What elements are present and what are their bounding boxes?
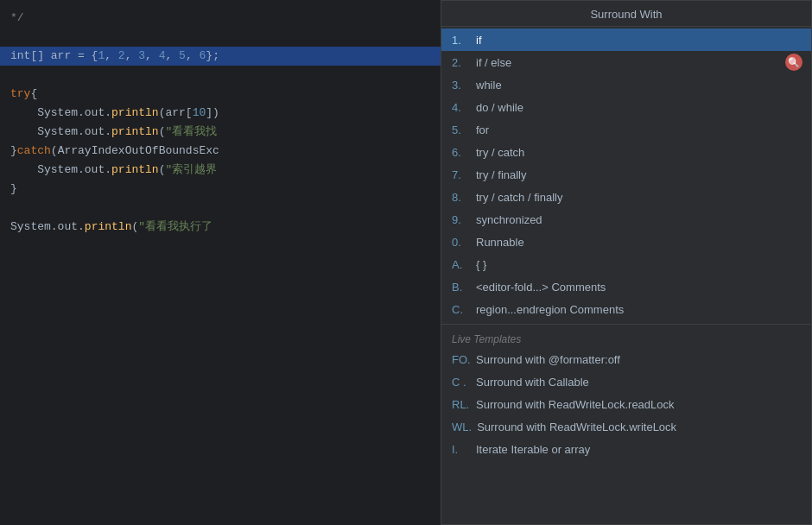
- live-template-writelock[interactable]: WL. Surround with ReadWriteLock.writeLoc…: [441, 415, 811, 438]
- surround-item-braces[interactable]: A. { }: [441, 253, 811, 275]
- surround-with-popup: Surround With 1. if 2. if / else 3. whil…: [441, 0, 812, 525]
- popup-list[interactable]: 1. if 2. if / else 3. while 4. do / whil…: [441, 27, 811, 524]
- surround-item-if[interactable]: 1. if: [441, 28, 811, 51]
- live-template-formatter[interactable]: FO. Surround with @formatter:off: [441, 348, 811, 370]
- code-line-println1: System.out.println(arr[10]): [0, 104, 441, 123]
- surround-item-for[interactable]: 5. for: [441, 118, 811, 141]
- code-line-println4: System.out.println("看看我执行了: [0, 218, 441, 237]
- surround-item-runnable[interactable]: 0. Runnable: [441, 231, 811, 253]
- code-line-2: [0, 28, 441, 47]
- code-editor[interactable]: */ int[] arr = {1, 2, 3, 4, 5, 6}; try{ …: [0, 0, 441, 525]
- live-template-readlock[interactable]: RL. Surround with ReadWriteLock.readLock: [441, 393, 811, 415]
- surround-item-synchronized[interactable]: 9. synchronized: [441, 208, 811, 231]
- search-icon: [785, 54, 802, 71]
- surround-item-do-while[interactable]: 4. do / while: [441, 96, 811, 118]
- code-line-highlighted: int[] arr = {1, 2, 3, 4, 5, 6};: [0, 47, 441, 66]
- code-line-try: try{: [0, 85, 441, 104]
- live-template-callable[interactable]: C . Surround with Callable: [441, 370, 811, 393]
- code-line-empty2: [0, 199, 441, 218]
- code-line-empty: [0, 66, 441, 85]
- popup-title: Surround With: [441, 1, 811, 27]
- code-line-brace: }: [0, 180, 441, 199]
- code-line-1: */: [0, 9, 441, 28]
- surround-item-try-finally[interactable]: 7. try / finally: [441, 163, 811, 186]
- code-line-catch: }catch(ArrayIndexOutOfBoundsExc: [0, 142, 441, 161]
- live-template-iterate[interactable]: I. Iterate Iterable or array: [441, 438, 811, 460]
- code-line-println3: System.out.println("索引越界: [0, 161, 441, 180]
- surround-item-while[interactable]: 3. while: [441, 73, 811, 96]
- code-line-println2: System.out.println("看看我找: [0, 123, 441, 142]
- section-divider: [441, 324, 811, 325]
- surround-item-if-else[interactable]: 2. if / else: [441, 51, 811, 73]
- surround-item-region[interactable]: C. region...endregion Comments: [441, 298, 811, 320]
- live-templates-header: Live Templates: [441, 328, 811, 348]
- surround-item-try-catch[interactable]: 6. try / catch: [441, 141, 811, 163]
- surround-item-editor-fold[interactable]: B. <editor-fold...> Comments: [441, 275, 811, 298]
- surround-item-try-catch-finally[interactable]: 8. try / catch / finally: [441, 186, 811, 208]
